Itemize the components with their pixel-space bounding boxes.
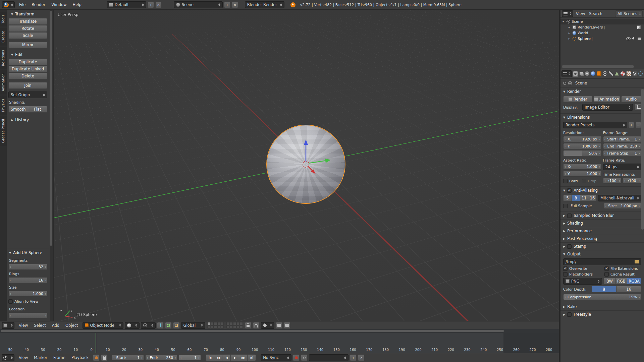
topbar-menu-item[interactable]: Window <box>48 1 69 8</box>
topbar-menu-item[interactable]: Render <box>29 1 48 8</box>
y-axis-handle[interactable] <box>309 161 326 163</box>
freestyle-checkbox[interactable] <box>567 312 572 317</box>
screen-layout-selector[interactable]: Default <box>107 1 146 8</box>
rgba-button[interactable]: RGBA <box>627 278 641 285</box>
start-frame-field[interactable]: Start Frame:1 <box>603 136 642 142</box>
tab-constraints[interactable] <box>602 71 607 77</box>
rings-field[interactable]: 16 <box>8 277 48 283</box>
output-panel-header[interactable]: Output <box>560 250 644 258</box>
tool-shelf-scrollbar[interactable] <box>50 10 53 321</box>
tab-texture[interactable] <box>626 71 631 77</box>
output-path-field[interactable]: /tmp\ <box>563 258 641 265</box>
full-sample-checkbox[interactable] <box>563 204 568 208</box>
keying-flash-icon[interactable] <box>301 354 308 361</box>
tab-material[interactable] <box>620 71 625 77</box>
motion-blur-panel-header[interactable]: Sampled Motion Blur <box>560 212 644 219</box>
viewport-menu-item[interactable]: Object <box>62 322 81 329</box>
timeline-scrollbar[interactable] <box>0 329 559 333</box>
aspect-x-field[interactable]: X:1.000 <box>563 164 602 170</box>
sync-mode-selector[interactable]: No Sync <box>261 354 291 361</box>
history-panel-header[interactable]: History <box>8 116 47 124</box>
end-frame-field[interactable]: End:250 <box>145 355 177 361</box>
transform-orientation-selector[interactable]: Global <box>181 322 205 329</box>
expand-icon[interactable]: ▸ <box>569 26 573 29</box>
tab-world[interactable] <box>591 71 596 77</box>
resolution-y-field[interactable]: Y:1080 px <box>563 143 602 149</box>
stamp-checkbox[interactable] <box>567 244 572 249</box>
manipulator-translate-toggle[interactable] <box>157 322 164 329</box>
end-frame-field[interactable]: End Frame:250 <box>603 143 642 149</box>
render-presets-selector[interactable]: Render Presets <box>563 122 627 128</box>
operator-panel-header[interactable]: Add UV Sphere <box>8 249 48 256</box>
transport-button[interactable]: ◀◀ <box>214 354 222 361</box>
outliner-row-scene[interactable]: ▾ Scene <box>560 19 644 24</box>
tab-render-layers[interactable] <box>579 71 584 77</box>
viewport-shading-selector[interactable] <box>125 322 140 329</box>
renderlayer-render-icon[interactable] <box>637 25 641 29</box>
rotate-button[interactable]: Rotate <box>8 25 47 32</box>
translate-button[interactable]: Translate <box>8 18 47 25</box>
aa-size-field[interactable]: Size:1.000 px <box>604 203 641 209</box>
tool-shelf-tab[interactable]: Relations <box>0 47 7 69</box>
outliner-scrollbar[interactable] <box>562 65 634 68</box>
insert-keyframe-button[interactable]: + <box>350 354 357 361</box>
timeline-menu-item[interactable]: Playback <box>68 354 92 361</box>
editor-type-selector[interactable] <box>2 354 14 361</box>
tool-shelf-tab[interactable]: Animation <box>0 70 7 95</box>
performance-panel-header[interactable]: Performance <box>560 227 644 235</box>
compression-slider[interactable]: Compression:15% <box>563 294 641 300</box>
shade-flat-button[interactable]: Flat <box>28 106 48 113</box>
transform-manipulator[interactable] <box>272 131 339 198</box>
pin-icon[interactable] <box>563 82 566 85</box>
add-layout-button[interactable]: + <box>148 2 154 8</box>
crop-checkbox[interactable] <box>582 179 586 183</box>
selectability-cursor-icon[interactable] <box>632 37 636 41</box>
transform-panel-header[interactable]: Transform <box>8 10 47 18</box>
collapse-icon[interactable]: ▾ <box>562 20 567 23</box>
timeline-menu-item[interactable]: View <box>16 354 31 361</box>
properties-scrollbar[interactable] <box>641 89 644 230</box>
editor-type-selector[interactable] <box>2 322 14 329</box>
join-button[interactable]: Join <box>8 82 47 89</box>
delete-scene-button[interactable]: × <box>232 2 238 8</box>
preview-range-toggle[interactable] <box>93 354 100 361</box>
stamp-panel-header[interactable]: Stamp <box>560 243 644 250</box>
outliner-row-renderlayers[interactable]: ▸ RenderLayers | <box>560 24 644 30</box>
snap-element-selector[interactable] <box>261 322 274 329</box>
timeline-menu-item[interactable]: Frame <box>50 354 68 361</box>
remap-old-field[interactable]: :100 <box>603 178 622 184</box>
render-audio-button[interactable]: Audio <box>621 96 642 103</box>
duplicate-linked-button[interactable]: Duplicate Linked <box>8 66 47 72</box>
scale-button[interactable]: Scale <box>8 32 47 39</box>
antialiasing-checkbox[interactable] <box>567 188 572 193</box>
bw-button[interactable]: BW <box>603 278 615 285</box>
transport-button[interactable]: ▶▶ <box>239 354 248 361</box>
size-field[interactable]: 1.000 <box>8 291 48 297</box>
remap-new-field[interactable]: :100 <box>623 178 641 184</box>
keying-set-selector[interactable] <box>309 354 348 361</box>
tab-object-data[interactable] <box>614 71 620 77</box>
render-engine-selector[interactable]: Blender Render <box>245 1 284 8</box>
auto-keyframe-toggle[interactable] <box>293 354 300 361</box>
delete-button[interactable]: Delete <box>8 73 47 79</box>
folder-icon[interactable] <box>635 260 639 263</box>
duplicate-button[interactable]: Duplicate <box>8 59 47 65</box>
layers-group-1[interactable] <box>207 322 224 328</box>
edit-panel-header[interactable]: Edit <box>8 51 47 58</box>
bake-panel-header[interactable]: Bake <box>560 303 644 310</box>
transport-button[interactable]: ▶| <box>248 354 256 361</box>
outliner-row-sphere[interactable]: ▸ Sphere | <box>560 36 644 42</box>
delete-layout-button[interactable]: × <box>155 2 162 8</box>
frame-step-field[interactable]: Frame Step:1 <box>603 150 642 156</box>
viewport-menu-item[interactable]: Select <box>31 322 49 329</box>
transport-button[interactable]: |◀ <box>206 354 214 361</box>
renderability-camera-icon[interactable] <box>638 38 641 40</box>
timeline-ruler[interactable]: -50-40-30-20-100102030405060708090100110… <box>0 333 559 353</box>
tab-scene[interactable] <box>585 71 590 77</box>
overwrite-checkbox[interactable] <box>563 266 568 271</box>
resolution-x-field[interactable]: X:1920 px <box>563 136 602 142</box>
opengl-render-anim-button[interactable] <box>284 322 290 329</box>
layers-group-2[interactable] <box>226 322 243 328</box>
mirror-button[interactable]: Mirror <box>8 42 47 48</box>
file-format-selector[interactable]: PNG <box>563 278 602 285</box>
